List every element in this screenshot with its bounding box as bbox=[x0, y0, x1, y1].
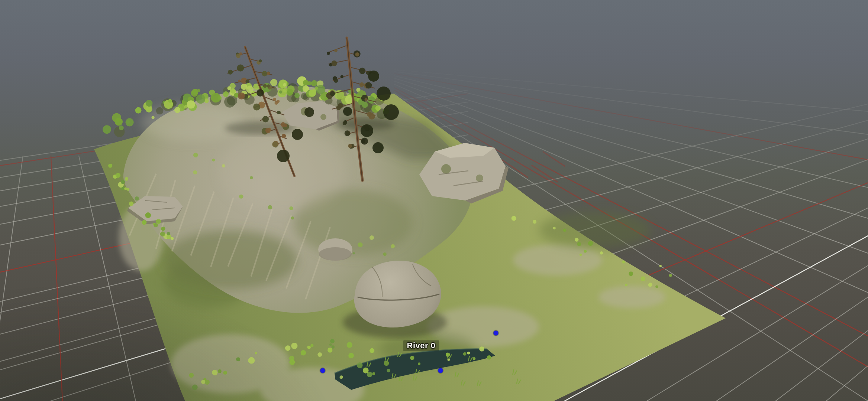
river-control-point[interactable] bbox=[494, 331, 498, 336]
river-label[interactable]: River 0 bbox=[403, 340, 439, 351]
river-control-point[interactable] bbox=[320, 368, 325, 373]
editor-viewport: River 0 bbox=[0, 0, 868, 401]
boulder-small bbox=[318, 238, 352, 261]
river-control-point[interactable] bbox=[438, 368, 443, 373]
